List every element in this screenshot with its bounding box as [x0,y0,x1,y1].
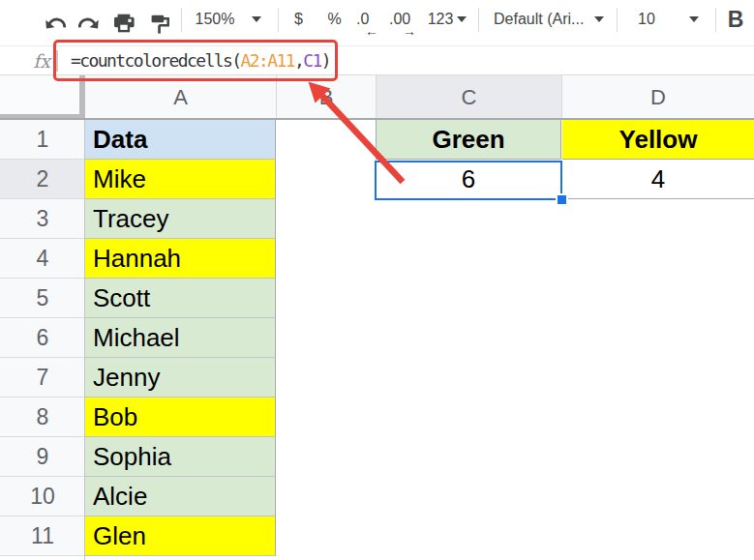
decrease-decimal-button[interactable]: .0 ← [356,11,369,28]
font-size-caret[interactable] [685,0,703,39]
formula-bar: fx =countcoloredcells(A2:A11,C1) [0,46,754,75]
cell-a8[interactable]: Bob [85,398,276,437]
cell-text: Glen [93,521,146,551]
cell-a6[interactable]: Michael [85,318,276,358]
font-size-value: 10 [638,11,655,28]
percent-icon: % [327,11,341,28]
row-header-2[interactable]: 2 [0,160,85,199]
cell-a1[interactable]: Data [85,120,276,160]
arrow-right-icon: → [403,23,416,39]
format-percent-button[interactable]: % [322,0,347,39]
toolbar-divider [181,8,182,32]
row-header-5[interactable]: 5 [0,279,85,318]
redo-icon [78,10,100,31]
font-name-caret[interactable] [590,0,608,39]
more-formats-button[interactable]: 123 [423,0,471,39]
formula-bar-separator [56,50,58,72]
row-header-label: 8 [37,404,49,430]
row-header-label: 1 [37,127,49,153]
selection-border [375,161,562,200]
formula-prefix: =countcoloredcells( [71,50,241,71]
toolbar: 150% $ % .0 ← .00 → 123 Default (Ari... [0,0,754,46]
cell-a10[interactable]: Alcie [85,477,276,516]
row-header-label: 3 [37,206,49,232]
row-header-7[interactable]: 7 [0,358,85,398]
undo-icon [45,10,66,31]
column-header-b[interactable]: B [276,75,376,120]
cell-text: Jenny [93,363,160,393]
format-currency-button[interactable]: $ [287,0,311,39]
cell-c1[interactable]: Green [376,120,561,160]
row-header-8[interactable]: 8 [0,398,85,437]
toolbar-divider [617,8,618,32]
bold-icon: B [728,7,744,33]
row-header-4[interactable]: 4 [0,239,85,279]
cell-text: Scott [93,283,150,313]
cell-a7[interactable]: Jenny [85,358,276,398]
formula-input[interactable]: =countcoloredcells(A2:A11,C1) [71,46,330,74]
fx-label: fx [27,47,56,74]
more-formats-label: 123 [428,11,454,28]
column-header-label: D [650,85,666,110]
arrow-left-icon: ← [365,23,378,39]
chevron-down-icon [594,16,604,22]
row-header-6[interactable]: 6 [0,318,85,358]
cell-text: Mike [93,164,146,194]
cell-text: Michael [93,323,180,353]
row-header-11[interactable]: 11 [0,516,85,556]
toolbar-divider [278,8,279,32]
toolbar-divider [478,8,479,32]
row-header-label: 4 [37,246,49,272]
cell-a9[interactable]: Sophia [85,437,276,477]
row-header-1[interactable]: 1 [0,120,85,160]
chevron-down-icon [689,16,699,22]
undo-button[interactable] [44,0,67,39]
zoom-select[interactable]: 150% [190,0,267,39]
column-header-d[interactable]: D [561,75,754,120]
cell-text: Tracey [93,204,169,234]
cell-a11[interactable]: Glen [85,516,276,556]
cell-text: Alcie [93,482,147,512]
currency-icon: $ [294,11,303,28]
cell-text: Bob [93,402,137,432]
paint-format-button[interactable] [149,0,172,39]
cell-a2[interactable]: Mike [85,160,276,199]
zoom-value: 150% [196,11,235,28]
print-icon [111,11,135,34]
cell-d2[interactable]: 4 [562,160,754,199]
formula-range2: C1 [303,50,320,71]
row-header-label: 2 [37,166,49,192]
font-name-value: Default (Ari... [494,11,584,28]
cell-d1[interactable]: Yellow [562,120,754,160]
row-header-9[interactable]: 9 [0,437,85,477]
row-header-3[interactable]: 3 [0,199,85,239]
selection-fill-handle[interactable] [556,193,568,206]
cell-a5[interactable]: Scott [85,279,276,318]
cell-text: Yellow [619,125,698,155]
formula-range1: A2:A11 [241,50,294,71]
column-header-c[interactable]: C [376,75,561,120]
column-header-label: B [319,85,334,110]
paint-format-icon [149,11,172,34]
sheet-grid: A B C D 1234567891011 DataMikeTraceyHann… [0,75,754,560]
chevron-down-icon [457,16,467,22]
font-size-select[interactable]: 10 [629,0,664,39]
column-header-a[interactable]: A [85,75,276,120]
cell-a3[interactable]: Tracey [85,199,276,239]
column-header-label: C [462,85,477,110]
increase-decimal-button[interactable]: .00 → [389,11,410,28]
row-header-label: 9 [37,444,49,470]
select-all-corner[interactable] [0,75,85,120]
cell-a4[interactable]: Hannah [85,239,276,279]
chevron-down-icon [252,16,261,22]
row-header-label: 10 [30,484,55,510]
row-header-label: 6 [37,325,49,351]
row-header-10[interactable]: 10 [0,477,85,516]
formula-comma: , [294,50,303,71]
formula-suffix: ) [321,50,330,71]
cell-text: Sophia [93,442,171,472]
redo-button[interactable] [77,0,101,39]
row-header-label: 7 [37,365,49,391]
print-button[interactable] [111,0,135,39]
bold-button[interactable]: B [722,0,749,39]
